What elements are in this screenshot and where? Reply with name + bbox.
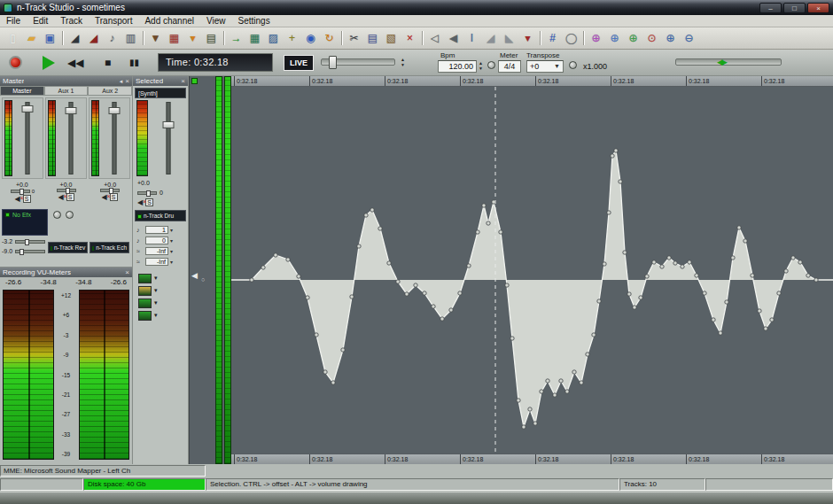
param-spinner[interactable]: ▾ [170, 237, 173, 244]
envelope-point[interactable] [467, 264, 471, 268]
aux2-fader-thumb[interactable] [109, 107, 121, 114]
envelope-point[interactable] [627, 292, 631, 296]
menu-settings[interactable]: Settings [232, 15, 276, 27]
refresh-icon[interactable]: ↻ [321, 30, 338, 46]
record-volume-icon[interactable]: ◢ [85, 30, 102, 46]
timeline-ruler-bottom[interactable]: 0:32.180:32.180:32.180:32.180:32.180:32.… [231, 454, 833, 464]
envelope-point[interactable] [725, 300, 728, 304]
zoom-level-icon[interactable]: ⊕ [625, 30, 642, 46]
envelope-point[interactable] [791, 256, 795, 260]
envelope-point[interactable] [405, 292, 409, 296]
rewind-button[interactable]: ◀◀ [67, 56, 83, 70]
aux2-mute-speaker-icon[interactable]: ◀× [101, 194, 106, 201]
envelope-point[interactable] [614, 149, 618, 152]
envelope-point[interactable] [565, 390, 569, 393]
envelope-point[interactable] [487, 221, 490, 225]
menu-transport[interactable]: Transport [89, 15, 138, 27]
envelope-point[interactable] [540, 390, 543, 393]
strip-solo-button[interactable]: S [145, 198, 153, 206]
speaker-region-icon[interactable]: ◀ [445, 30, 462, 46]
zoom-out-icon[interactable]: ⊖ [681, 30, 697, 46]
master-fader-track[interactable] [14, 100, 41, 176]
envelope-point[interactable] [623, 251, 627, 254]
mixdown-icon[interactable]: ▼ [147, 30, 164, 46]
envelope-point[interactable] [378, 227, 382, 230]
envelope-point[interactable] [517, 399, 520, 402]
open-file-icon[interactable]: ▰ [23, 30, 40, 46]
no-efx-box[interactable]: No Efx [2, 209, 48, 236]
aux1-mute-speaker-icon[interactable]: ◀× [58, 194, 63, 201]
envelope-point[interactable] [572, 370, 576, 374]
envelope-point[interactable] [323, 370, 327, 374]
tab-aux2[interactable]: Aux 2 [88, 86, 132, 96]
close-icon[interactable]: × [125, 268, 129, 276]
transpose-select[interactable]: +0 ▼ [526, 60, 564, 73]
envelope-point[interactable] [798, 260, 802, 264]
bpm-field[interactable]: 120.00 [438, 60, 477, 73]
web-icon[interactable]: ◉ [302, 30, 319, 46]
envelope-point[interactable] [597, 299, 601, 303]
chevron-down-icon[interactable]: ▾ [154, 299, 158, 306]
fade-out-icon[interactable]: ◣ [501, 30, 518, 46]
chevron-down-icon[interactable]: ▾ [154, 275, 158, 282]
song-list-icon[interactable]: ▤ [203, 30, 220, 46]
close-button[interactable]: × [807, 3, 829, 13]
insert-silence-icon[interactable]: I [463, 30, 480, 46]
tab-aux1[interactable]: Aux 1 [44, 86, 89, 96]
envelope-point[interactable] [396, 280, 400, 283]
new-file-icon[interactable]: ▯ [4, 30, 21, 46]
tuner-icon[interactable] [569, 61, 577, 69]
effect-slot-reverb[interactable]: n-Track Rev [48, 242, 88, 253]
envelope-point[interactable] [633, 306, 636, 309]
envelope-point[interactable] [592, 333, 596, 337]
param-value[interactable]: -Inf [145, 247, 168, 255]
param-value[interactable]: 0 [145, 236, 168, 244]
envelope-point[interactable] [553, 393, 557, 397]
fade-in-icon[interactable]: ◢ [482, 30, 499, 46]
envelope-point[interactable] [580, 381, 583, 384]
position-slider[interactable] [321, 58, 395, 66]
aux1-fader-thumb[interactable] [66, 107, 77, 114]
record-arm-indicator[interactable] [191, 78, 198, 84]
param-value[interactable]: -Inf [145, 258, 168, 266]
envelope-point[interactable] [712, 318, 715, 322]
zoom-all-icon[interactable]: ⊕ [606, 30, 623, 46]
envelope-point[interactable] [414, 283, 417, 287]
metronome-icon[interactable] [487, 61, 495, 69]
envelope-point[interactable] [673, 261, 677, 265]
envelope-point[interactable] [586, 353, 589, 356]
envelope-point[interactable] [607, 211, 611, 214]
envelope-point[interactable] [440, 317, 444, 321]
aux1-solo-button[interactable]: S [66, 193, 74, 201]
envelope-point[interactable] [306, 296, 309, 299]
minimize-button[interactable]: – [759, 3, 782, 13]
envelope-point[interactable] [423, 291, 426, 295]
strip-mute-speaker-icon[interactable]: ◀× [137, 199, 143, 206]
strip-fader-track[interactable] [152, 100, 184, 176]
marker-icon[interactable]: ⊙ [643, 30, 660, 46]
envelope-point[interactable] [274, 253, 277, 257]
copy-icon[interactable]: ▤ [364, 30, 381, 46]
master-fader-thumb[interactable] [22, 105, 34, 112]
envelope-point[interactable] [751, 274, 754, 277]
zoom-in-icon[interactable]: ⊕ [662, 30, 679, 46]
strip-effect-slot[interactable]: n-Track Dru [135, 210, 186, 221]
aux1-pan-slider[interactable] [57, 189, 76, 192]
speed-slider-thumb[interactable]: ◀▶ [717, 58, 726, 66]
envelope-point[interactable] [522, 425, 525, 429]
track-type-icon[interactable] [138, 274, 152, 283]
playback-volume-icon[interactable]: ◢ [66, 30, 83, 46]
funnel-icon[interactable]: ▾ [184, 30, 201, 46]
param-spinner[interactable]: ▾ [170, 248, 173, 254]
envelope-point[interactable] [297, 275, 300, 278]
envelope-point[interactable] [688, 260, 691, 264]
menu-file[interactable]: File [0, 15, 27, 27]
volume-envelope[interactable] [231, 87, 833, 454]
envelope-point[interactable] [731, 256, 735, 260]
waveform-canvas[interactable] [231, 87, 833, 454]
position-slider-thumb[interactable] [329, 56, 337, 69]
strip-pan-slider[interactable] [137, 191, 157, 195]
envelope-point[interactable] [528, 407, 532, 411]
param-value[interactable]: 1 [145, 226, 168, 234]
speed-slider[interactable]: ◀▶ [675, 58, 782, 66]
